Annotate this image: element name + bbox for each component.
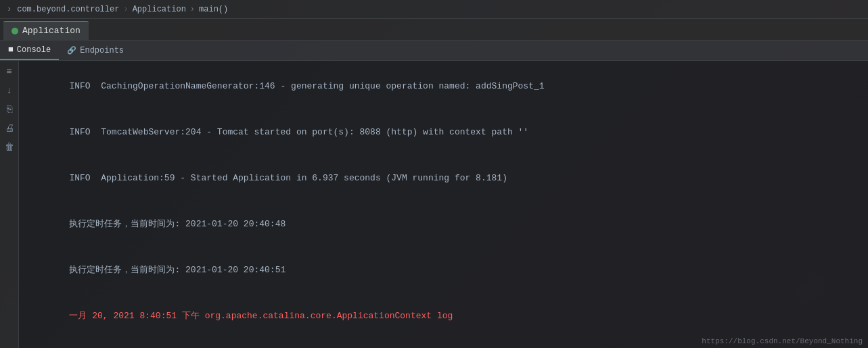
endpoints-label: Endpoints: [80, 46, 124, 55]
log-text: INFO TomcatWebServer:204 - Tomcat starte…: [69, 127, 528, 137]
endpoints-icon: 🔗: [67, 46, 76, 55]
log-text: 执行定时任务，当前时间为: 2021-01-20 20:40:51: [69, 265, 285, 275]
left-tools: ■ Console 🔗 Endpoints: [0, 41, 132, 60]
console-tab[interactable]: ■ Console: [0, 41, 59, 60]
tab-bar: Application: [0, 19, 868, 41]
log-line-red: 一月 20, 2021 8:40:51 下午 org.apache.catali…: [19, 293, 868, 339]
side-icons: ≡ ↓ ⎘ 🖨 🗑: [0, 61, 19, 348]
watermark-text: https://blog.csdn.net/Beyond_Nothing: [702, 337, 863, 345]
log-line: INFO TomcatWebServer:204 - Tomcat starte…: [19, 109, 868, 155]
log-line: INFO Application:59 - Started Applicatio…: [19, 155, 868, 201]
log-line: 执行定时任务，当前时间为: 2021-01-20 20:40:51: [19, 247, 868, 293]
breadcrumb-chevron: ›: [7, 5, 12, 14]
toolbar-row: ■ Console 🔗 Endpoints: [0, 41, 868, 61]
endpoints-tab[interactable]: 🔗 Endpoints: [59, 41, 132, 60]
breadcrumb-bar: › com.beyond.controller › Application › …: [0, 0, 868, 19]
side-icon-delete[interactable]: 🗑: [3, 141, 16, 154]
log-text: INFO Application:59 - Started Applicatio…: [69, 173, 507, 183]
breadcrumb-package: com.beyond.controller: [17, 5, 119, 14]
log-text: 执行定时任务，当前时间为: 2021-01-20 20:40:48: [69, 219, 285, 229]
log-text: INFO CachingOperationNameGenerator:146 -…: [69, 81, 544, 91]
tab-application[interactable]: Application: [3, 21, 89, 40]
main-area: ≡ ↓ ⎘ 🖨 🗑 INFO CachingOperationNameGener…: [0, 61, 868, 348]
side-icon-copy[interactable]: ⎘: [3, 103, 16, 116]
side-icon-print[interactable]: 🖨: [3, 122, 16, 135]
tab-application-label: Application: [22, 26, 81, 36]
breadcrumb-separator1: ›: [123, 5, 128, 14]
side-icon-menu[interactable]: ≡: [3, 65, 16, 78]
side-icon-down[interactable]: ↓: [3, 84, 16, 97]
log-line: INFO CachingOperationNameGenerator:146 -…: [19, 64, 868, 109]
tab-icon-green: [12, 28, 18, 34]
breadcrumb-arrow: ›: [190, 5, 195, 14]
log-line: 执行定时任务，当前时间为: 2021-01-20 20:40:48: [19, 201, 868, 247]
breadcrumb-app: Application: [133, 5, 186, 14]
console-icon: ■: [8, 45, 14, 55]
log-text-red: 一月 20, 2021 8:40:51 下午 org.apache.catali…: [69, 311, 453, 321]
console-label: Console: [17, 45, 51, 55]
breadcrumb-method: main(): [199, 5, 228, 14]
watermark: https://blog.csdn.net/Beyond_Nothing: [702, 337, 863, 345]
console-output: INFO CachingOperationNameGenerator:146 -…: [19, 61, 868, 348]
